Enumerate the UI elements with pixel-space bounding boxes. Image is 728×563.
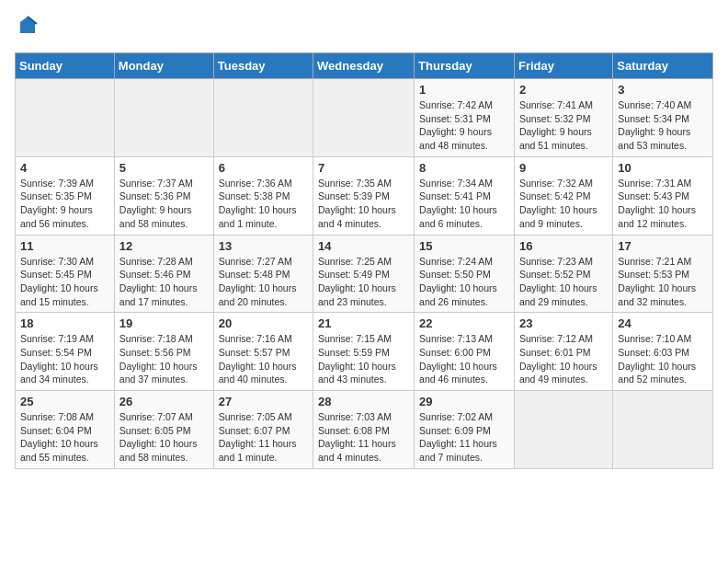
day-number: 10	[618, 161, 708, 175]
calendar-cell: 13Sunrise: 7:27 AMSunset: 5:48 PMDayligh…	[213, 235, 313, 313]
calendar-week-1: 1Sunrise: 7:42 AMSunset: 5:31 PMDaylight…	[16, 79, 713, 157]
logo-text	[15, 15, 39, 41]
calendar-header-row: SundayMondayTuesdayWednesdayThursdayFrid…	[16, 53, 713, 79]
weekday-header-thursday: Thursday	[415, 53, 515, 79]
day-info: Sunrise: 7:13 AMSunset: 6:00 PMDaylight:…	[419, 332, 509, 386]
day-number: 26	[119, 395, 209, 408]
calendar-cell: 6Sunrise: 7:36 AMSunset: 5:38 PMDaylight…	[213, 156, 313, 235]
calendar-cell: 24Sunrise: 7:10 AMSunset: 6:03 PMDayligh…	[613, 313, 713, 391]
day-number: 19	[119, 316, 209, 330]
weekday-header-wednesday: Wednesday	[313, 53, 415, 79]
calendar-cell: 26Sunrise: 7:07 AMSunset: 6:05 PMDayligh…	[114, 391, 213, 469]
calendar-cell: 17Sunrise: 7:21 AMSunset: 5:53 PMDayligh…	[613, 235, 713, 313]
weekday-header-friday: Friday	[514, 53, 612, 79]
calendar-cell: 29Sunrise: 7:02 AMSunset: 6:09 PMDayligh…	[415, 391, 515, 469]
day-number: 27	[219, 395, 308, 408]
day-info: Sunrise: 7:08 AMSunset: 6:04 PMDaylight:…	[20, 410, 109, 465]
day-number: 12	[119, 239, 209, 253]
calendar-cell: 2Sunrise: 7:41 AMSunset: 5:32 PMDaylight…	[514, 79, 612, 157]
calendar-cell: 21Sunrise: 7:15 AMSunset: 5:59 PMDayligh…	[313, 313, 415, 391]
day-number: 28	[318, 395, 409, 408]
day-info: Sunrise: 7:21 AMSunset: 5:53 PMDaylight:…	[618, 255, 708, 309]
day-number: 16	[519, 239, 608, 253]
day-info: Sunrise: 7:35 AMSunset: 5:39 PMDaylight:…	[318, 177, 409, 231]
day-number: 23	[519, 316, 608, 330]
calendar-cell: 10Sunrise: 7:31 AMSunset: 5:43 PMDayligh…	[613, 156, 713, 235]
day-info: Sunrise: 7:23 AMSunset: 5:52 PMDaylight:…	[519, 255, 608, 309]
day-number: 5	[119, 161, 209, 175]
day-info: Sunrise: 7:03 AMSunset: 6:08 PMDaylight:…	[318, 410, 409, 465]
day-number: 14	[318, 239, 409, 253]
day-info: Sunrise: 7:39 AMSunset: 5:35 PMDaylight:…	[20, 177, 109, 231]
calendar-cell: 25Sunrise: 7:08 AMSunset: 6:04 PMDayligh…	[16, 391, 115, 469]
calendar-cell: 9Sunrise: 7:32 AMSunset: 5:42 PMDaylight…	[514, 156, 612, 235]
calendar-week-3: 11Sunrise: 7:30 AMSunset: 5:45 PMDayligh…	[16, 235, 713, 313]
calendar-cell: 11Sunrise: 7:30 AMSunset: 5:45 PMDayligh…	[16, 235, 115, 313]
weekday-header-monday: Monday	[114, 53, 213, 79]
day-info: Sunrise: 7:16 AMSunset: 5:57 PMDaylight:…	[219, 332, 308, 386]
day-info: Sunrise: 7:42 AMSunset: 5:31 PMDaylight:…	[419, 98, 509, 153]
day-info: Sunrise: 7:24 AMSunset: 5:50 PMDaylight:…	[419, 255, 509, 309]
day-number: 15	[419, 239, 509, 253]
calendar-cell	[313, 79, 415, 157]
calendar-cell: 15Sunrise: 7:24 AMSunset: 5:50 PMDayligh…	[415, 235, 515, 313]
calendar-cell	[613, 391, 713, 469]
day-number: 29	[419, 395, 509, 408]
calendar-cell: 27Sunrise: 7:05 AMSunset: 6:07 PMDayligh…	[213, 391, 313, 469]
day-info: Sunrise: 7:05 AMSunset: 6:07 PMDaylight:…	[219, 410, 308, 465]
weekday-header-tuesday: Tuesday	[213, 53, 313, 79]
day-number: 21	[318, 316, 409, 330]
calendar-cell: 3Sunrise: 7:40 AMSunset: 5:34 PMDaylight…	[613, 79, 713, 157]
calendar-cell: 7Sunrise: 7:35 AMSunset: 5:39 PMDaylight…	[313, 156, 415, 235]
day-number: 7	[318, 161, 409, 175]
day-info: Sunrise: 7:34 AMSunset: 5:41 PMDaylight:…	[419, 177, 509, 231]
calendar-cell	[16, 79, 115, 157]
calendar-week-4: 18Sunrise: 7:19 AMSunset: 5:54 PMDayligh…	[16, 313, 713, 391]
calendar-cell	[114, 79, 213, 157]
calendar-cell: 22Sunrise: 7:13 AMSunset: 6:00 PMDayligh…	[415, 313, 515, 391]
day-info: Sunrise: 7:12 AMSunset: 6:01 PMDaylight:…	[519, 332, 608, 386]
calendar-cell: 16Sunrise: 7:23 AMSunset: 5:52 PMDayligh…	[514, 235, 612, 313]
calendar-cell: 4Sunrise: 7:39 AMSunset: 5:35 PMDaylight…	[16, 156, 115, 235]
calendar-cell: 28Sunrise: 7:03 AMSunset: 6:08 PMDayligh…	[313, 391, 415, 469]
day-number: 9	[519, 161, 608, 175]
day-number: 3	[618, 83, 708, 97]
day-number: 24	[618, 316, 708, 330]
day-number: 11	[20, 239, 109, 253]
day-info: Sunrise: 7:40 AMSunset: 5:34 PMDaylight:…	[618, 98, 708, 153]
day-info: Sunrise: 7:10 AMSunset: 6:03 PMDaylight:…	[618, 332, 708, 386]
calendar-cell: 19Sunrise: 7:18 AMSunset: 5:56 PMDayligh…	[114, 313, 213, 391]
calendar-body: 1Sunrise: 7:42 AMSunset: 5:31 PMDaylight…	[16, 79, 713, 469]
weekday-header-saturday: Saturday	[613, 53, 713, 79]
calendar-cell: 20Sunrise: 7:16 AMSunset: 5:57 PMDayligh…	[213, 313, 313, 391]
day-info: Sunrise: 7:07 AMSunset: 6:05 PMDaylight:…	[119, 410, 209, 465]
day-info: Sunrise: 7:31 AMSunset: 5:43 PMDaylight:…	[618, 177, 708, 231]
day-number: 13	[219, 239, 308, 253]
calendar-table: SundayMondayTuesdayWednesdayThursdayFrid…	[15, 52, 713, 469]
calendar-cell: 18Sunrise: 7:19 AMSunset: 5:54 PMDayligh…	[16, 313, 115, 391]
calendar-week-5: 25Sunrise: 7:08 AMSunset: 6:04 PMDayligh…	[16, 391, 713, 469]
day-number: 6	[219, 161, 308, 175]
calendar-cell: 12Sunrise: 7:28 AMSunset: 5:46 PMDayligh…	[114, 235, 213, 313]
calendar-cell: 1Sunrise: 7:42 AMSunset: 5:31 PMDaylight…	[415, 79, 515, 157]
logo-icon	[17, 15, 39, 37]
day-number: 22	[419, 316, 509, 330]
calendar-cell	[213, 79, 313, 157]
day-number: 2	[519, 83, 608, 97]
day-number: 18	[20, 316, 109, 330]
calendar-cell: 5Sunrise: 7:37 AMSunset: 5:36 PMDaylight…	[114, 156, 213, 235]
day-info: Sunrise: 7:18 AMSunset: 5:56 PMDaylight:…	[119, 332, 209, 386]
day-info: Sunrise: 7:19 AMSunset: 5:54 PMDaylight:…	[20, 332, 109, 386]
calendar-cell: 8Sunrise: 7:34 AMSunset: 5:41 PMDaylight…	[415, 156, 515, 235]
calendar-cell	[514, 391, 612, 469]
calendar-week-2: 4Sunrise: 7:39 AMSunset: 5:35 PMDaylight…	[16, 156, 713, 235]
weekday-header-sunday: Sunday	[16, 53, 115, 79]
day-info: Sunrise: 7:41 AMSunset: 5:32 PMDaylight:…	[519, 98, 608, 153]
day-info: Sunrise: 7:32 AMSunset: 5:42 PMDaylight:…	[519, 177, 608, 231]
day-number: 20	[219, 316, 308, 330]
day-number: 25	[20, 395, 109, 408]
day-info: Sunrise: 7:36 AMSunset: 5:38 PMDaylight:…	[219, 177, 308, 231]
calendar-cell: 14Sunrise: 7:25 AMSunset: 5:49 PMDayligh…	[313, 235, 415, 313]
day-info: Sunrise: 7:25 AMSunset: 5:49 PMDaylight:…	[318, 255, 409, 309]
day-number: 1	[419, 83, 509, 97]
